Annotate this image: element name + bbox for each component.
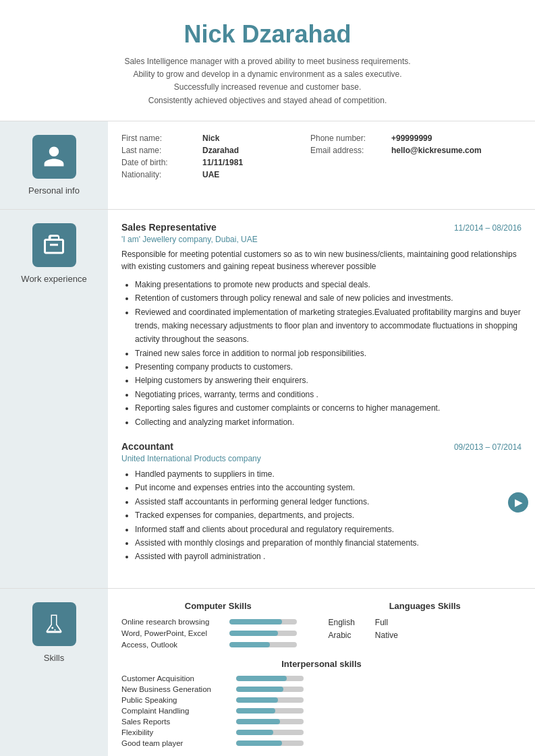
skill-row-2: Word, PowerPoint, Excel (121, 629, 315, 637)
job-1-title: Sales Representative (121, 222, 217, 233)
interp-bar-6 (236, 730, 304, 735)
skill-bar-fill-1 (229, 619, 282, 624)
interp-bar-3 (236, 697, 304, 703)
job-2-bullets: Handled payments to suppliers in time. P… (121, 467, 522, 564)
skill-row-1: Online research browsing (121, 618, 315, 626)
interp-bar-2 (236, 687, 304, 692)
interp-bar-5 (236, 719, 304, 724)
skills-content: Computer Skills Online research browsing… (108, 589, 535, 756)
interp-bar-7 (236, 740, 304, 746)
skill-bar-bg-1 (229, 619, 297, 624)
phone-label: Phone number: (310, 134, 391, 143)
bullet: Collecting and analyzing market informat… (135, 415, 522, 429)
bullet: Handled payments to suppliers in time. (135, 467, 522, 481)
work-experience-icon (32, 223, 76, 267)
language-grid: English Arabic Full Native (329, 618, 522, 640)
interp-row-4: Complaint Handling (121, 707, 522, 715)
person-icon (42, 144, 66, 169)
interp-grid: Customer Acquisition New Business Genera… (121, 674, 522, 747)
job-1-desc: Responsible for meeting potential custom… (121, 248, 522, 272)
bullet: Helping customers by answering their enq… (135, 374, 522, 387)
email-value: hello@kickresume.com (391, 146, 522, 155)
header-subtitle: Sales Intelligence manager with a proved… (27, 55, 508, 107)
lang-1-name: English (329, 618, 355, 627)
interp-name-5: Sales Reports (121, 718, 236, 726)
lang-levels: Full Native (375, 618, 398, 640)
job-2: Accountant 09/2013 – 07/2014 United Inte… (121, 441, 522, 564)
job-2-header: Accountant 09/2013 – 07/2014 (121, 441, 522, 452)
skill-bar-bg-3 (229, 642, 297, 647)
dob-value: 11/11/1981 (202, 158, 310, 167)
skills-label: Skills (44, 653, 64, 663)
first-name-label: First name: (121, 134, 202, 143)
phone-value: +99999999 (391, 134, 522, 143)
personal-info-grid: First name: Nick Phone number: +99999999… (121, 134, 522, 179)
personal-info-icon (32, 135, 76, 179)
interpersonal-title: Interpersonal skills (121, 659, 522, 669)
work-experience-label: Work experience (21, 274, 86, 284)
bullet: Assisted with monthly closings and prepa… (135, 536, 522, 550)
lang-2-name: Arabic (329, 631, 355, 640)
svg-point-1 (51, 627, 53, 629)
skills-top-row: Computer Skills Online research browsing… (121, 601, 522, 652)
bullet: Reporting sales figures and customer com… (135, 401, 522, 415)
skill-name-1: Online research browsing (121, 618, 229, 626)
subtitle-line-4: Consistently achieved objectives and sta… (148, 96, 387, 105)
svg-point-2 (54, 629, 55, 631)
dob-label: Date of birth: (121, 158, 202, 167)
interp-row-7: Good team player (121, 739, 522, 747)
briefcase-icon (42, 233, 66, 257)
bullet: Assisted with payroll administration . (135, 550, 522, 563)
lang-names: English Arabic (329, 618, 355, 640)
interp-row-6: Flexibility (121, 728, 522, 736)
personal-info-content: First name: Nick Phone number: +99999999… (108, 121, 535, 209)
interp-name-3: Public Speaking (121, 696, 236, 704)
svg-rect-0 (50, 244, 58, 246)
nationality-label: Nationality: (121, 170, 202, 179)
skill-bar-fill-3 (229, 642, 270, 647)
computer-skills-title: Computer Skills (121, 601, 315, 611)
email-label: Email address: (310, 146, 391, 155)
job-2-company: United International Products company (121, 454, 522, 463)
last-name-label: Last name: (121, 146, 202, 155)
next-button[interactable]: ▶ (508, 492, 528, 513)
bullet: Assisted staff accountants in performing… (135, 495, 522, 508)
job-1: Sales Representative 11/2014 – 08/2016 '… (121, 222, 522, 429)
job-1-date: 11/2014 – 08/2016 (454, 223, 522, 233)
bullet: Presenting company products to customers… (135, 360, 522, 374)
personal-info-label: Personal info (28, 185, 80, 196)
nationality-value: UAE (202, 170, 310, 179)
subtitle-line-1: Sales Intelligence manager with a proved… (124, 57, 410, 66)
interp-bar-4 (236, 708, 304, 714)
flask-icon (42, 612, 66, 636)
bullet: Retention of customers through policy re… (135, 291, 522, 305)
work-experience-section: Work experience Sales Representative 11/… (0, 209, 535, 588)
interp-name-4: Complaint Handling (121, 707, 236, 715)
work-experience-content: Sales Representative 11/2014 – 08/2016 '… (108, 210, 535, 588)
job-1-bullets: Making presentations to promote new prod… (121, 278, 522, 429)
language-skills: Languages Skills English Arabic Full Nat… (329, 601, 522, 652)
bullet: Trained new sales force in addition to n… (135, 347, 522, 360)
job-2-date: 09/2013 – 07/2014 (454, 442, 522, 452)
lang-1-level: Full (375, 618, 398, 627)
personal-info-sidebar: Personal info (0, 121, 108, 209)
candidate-name: Nick Dzarahad (27, 20, 508, 49)
job-2-title: Accountant (121, 441, 173, 452)
bullet: Reviewed and coordinated implementation … (135, 306, 522, 347)
interp-name-6: Flexibility (121, 728, 236, 736)
skills-icon (32, 602, 76, 646)
resume-header: Nick Dzarahad Sales Intelligence manager… (0, 0, 535, 121)
bullet: Negotiating prices, warranty, terms and … (135, 388, 522, 401)
personal-info-section: Personal info First name: Nick Phone num… (0, 121, 535, 209)
interp-row-3: Public Speaking (121, 696, 522, 704)
language-skills-title: Languages Skills (329, 601, 522, 611)
bullet: Making presentations to promote new prod… (135, 278, 522, 291)
skill-row-3: Access, Outlook (121, 641, 315, 649)
interp-name-2: New Business Generation (121, 685, 236, 693)
skills-sidebar: Skills (0, 589, 108, 756)
work-experience-sidebar: Work experience (0, 210, 108, 588)
skill-name-3: Access, Outlook (121, 641, 229, 649)
interp-row-2: New Business Generation (121, 685, 522, 693)
bullet: Informed staff and clients about procedu… (135, 523, 522, 536)
interp-row-5: Sales Reports (121, 718, 522, 726)
